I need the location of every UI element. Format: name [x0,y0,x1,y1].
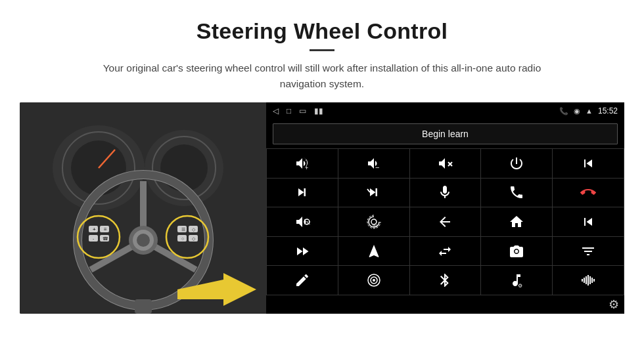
title-section: Steering Wheel Control Your original car… [20,18,624,92]
next-track-button[interactable] [267,179,338,207]
prev-track-button[interactable] [553,149,624,178]
subtitle: Your original car's steering wheel contr… [92,60,552,92]
settings-gear-button[interactable]: ⚙ [609,297,619,312]
equalizer-button[interactable] [553,237,624,266]
content-row: + ≡ - ☎ ☰ ◇ ○ ◇ [20,102,624,314]
end-call-button[interactable] [553,179,624,207]
svg-rect-56 [593,279,595,282]
svg-text:○: ○ [181,236,184,241]
svg-rect-53 [587,275,589,285]
horn-button[interactable]: 360 [267,207,338,236]
svg-text:⚙: ⚙ [518,283,522,288]
svg-point-45 [515,249,518,253]
mic-button[interactable] [410,179,481,207]
status-left-icons: ◁ □ ▭ ▮▮ [273,106,323,116]
svg-text:☰: ☰ [181,227,185,232]
target-button[interactable] [338,266,409,295]
shuffle-forward-button[interactable] [338,179,409,207]
android-panel: ◁ □ ▭ ▮▮ 📞 ◉ ▲ 15:52 Begin learn [266,102,624,314]
recent-apps-icon[interactable]: ▭ [299,106,306,116]
mute-button[interactable] [410,149,481,178]
settings-bar: ⚙ [266,295,624,314]
svg-text:360: 360 [306,220,310,226]
music-settings-button[interactable]: ⚙ [481,266,552,295]
home-nav-button[interactable] [481,207,552,236]
vol-down-button[interactable]: − [338,149,409,178]
camera-button[interactable] [481,237,552,266]
svg-text:☎: ☎ [103,236,108,241]
fast-forward-button[interactable] [267,237,338,266]
vol-up-button[interactable]: + [267,149,338,178]
svg-rect-50 [582,279,583,282]
phone-icon: 📞 [559,107,568,116]
back-nav-button[interactable] [410,207,481,236]
svg-text:−: − [375,163,379,171]
svg-rect-35 [135,299,152,314]
title-divider [310,49,334,51]
svg-line-40 [367,189,370,192]
360-view-button[interactable]: 360° [338,207,409,236]
status-bar: ◁ □ ▭ ▮▮ 📞 ◉ ▲ 15:52 [266,102,624,119]
edit-button[interactable] [267,266,338,295]
svg-rect-51 [584,278,585,283]
controls-grid: + − [266,148,624,295]
svg-text:+: + [93,226,96,232]
navigate-button[interactable] [338,237,409,266]
wifi-icon: ▲ [586,107,593,115]
begin-learn-bar: Begin learn [266,119,624,148]
swap-button[interactable] [410,237,481,266]
time-display: 15:52 [598,106,618,116]
svg-rect-55 [591,278,593,283]
status-right: 📞 ◉ ▲ 15:52 [559,106,618,116]
signal-icon: ▮▮ [314,106,323,116]
svg-text:+: + [305,165,308,171]
svg-text:360°: 360° [372,224,379,228]
car-image: + ≡ - ☎ ☰ ◇ ○ ◇ [20,102,266,314]
skip-back-button[interactable] [553,207,624,236]
svg-text:≡: ≡ [104,226,107,232]
svg-rect-54 [589,276,591,284]
page-container: Steering Wheel Control Your original car… [0,0,644,327]
location-icon: ◉ [574,107,580,116]
svg-point-48 [373,279,375,282]
page-title: Steering Wheel Control [20,18,624,44]
svg-point-15 [137,234,150,247]
home-nav-icon[interactable]: □ [287,106,291,116]
power-button[interactable] [481,149,552,178]
back-nav-icon[interactable]: ◁ [273,106,279,116]
begin-learn-button[interactable]: Begin learn [273,123,618,144]
waveform-button[interactable] [553,266,624,295]
bluetooth-button[interactable] [410,266,481,295]
phone-call-button[interactable] [481,179,552,207]
svg-rect-52 [586,276,587,284]
